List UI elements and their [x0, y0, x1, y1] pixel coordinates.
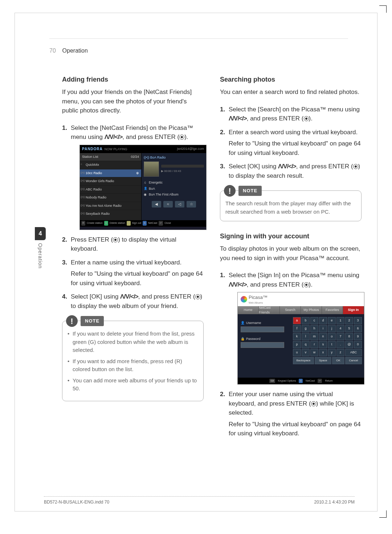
station-count: 02/24 [131, 155, 139, 160]
footer-file: BD572-N-BUSALLK-ENG.indd 70 [44, 500, 109, 505]
kb-key[interactable]: 2 [345, 317, 353, 324]
kb-key[interactable]: 9 [354, 333, 362, 340]
kb-key[interactable]: m [310, 333, 318, 340]
station-item[interactable]: SexyBack Radio [80, 210, 141, 218]
note-label: NOTE [238, 186, 262, 196]
kb-cancel[interactable]: Cancel [345, 357, 362, 364]
heading-signing-in: Signing in with your account [220, 231, 362, 241]
kb-key[interactable]: e [328, 317, 336, 324]
station-item[interactable]: Wonder Girls Radio [80, 177, 141, 185]
station-item[interactable]: QuickMix [80, 161, 141, 169]
control-button[interactable]: ≈ [163, 201, 173, 208]
pandora-footer: RCreate station GDelete station YSign ou… [80, 220, 206, 227]
picasa-tab[interactable]: NetCast Friends [259, 306, 280, 314]
adding-step-3: Enter a name using the virtual keyboard.… [62, 258, 204, 288]
control-button[interactable]: ◀ [152, 201, 161, 208]
note-item: You can add more web albums of your frie… [68, 377, 198, 393]
station-item[interactable]: You Are Not Alone Radio [80, 202, 141, 210]
kb-key[interactable]: g [302, 325, 310, 332]
kb-key[interactable]: j [328, 325, 336, 332]
kb-key[interactable]: o [328, 333, 336, 340]
picasa-tab[interactable]: Search [280, 306, 301, 314]
kb-key[interactable]: 0 [354, 341, 362, 348]
control-button[interactable]: ☆ [187, 201, 196, 208]
kb-key[interactable]: ABC [345, 349, 362, 356]
kb-key[interactable]: 4 [336, 325, 344, 332]
kb-key[interactable]: 7 [336, 333, 344, 340]
searching-intro: You can enter a search word to find rela… [220, 87, 362, 97]
heading-searching-photos: Searching photos [220, 75, 362, 85]
kb-key[interactable]: c [310, 317, 318, 324]
kb-key[interactable]: d [319, 317, 327, 324]
kb-ok[interactable]: OK [332, 357, 344, 364]
crop-mark [379, 510, 387, 518]
enter-icon [353, 164, 358, 169]
running-header: 70 Operation [49, 48, 88, 54]
kb-key[interactable]: y [328, 349, 336, 356]
adding-step-4: Select [OK] using Λ/V/</>, and press ENT… [62, 292, 204, 311]
header-rule [49, 38, 348, 39]
password-input[interactable] [241, 342, 284, 348]
picasa-tab[interactable]: My Photos [301, 306, 322, 314]
kb-key[interactable]: v [302, 349, 310, 356]
kb-key[interactable]: k [293, 333, 301, 340]
kb-key[interactable]: l [302, 333, 310, 340]
kb-key[interactable]: 8 [345, 333, 353, 340]
crop-mark [379, 5, 387, 13]
kb-key[interactable]: h [310, 325, 318, 332]
kb-key[interactable]: f [293, 325, 301, 332]
kb-key[interactable]: 5 [345, 325, 353, 332]
kb-key[interactable]: q [302, 341, 310, 348]
kb-key[interactable]: @ [345, 341, 353, 348]
kb-key[interactable]: r [310, 341, 318, 348]
kb-key[interactable]: 6 [354, 325, 362, 332]
station-item[interactable]: 10cc Radio [80, 169, 141, 177]
kb-key[interactable]: w [310, 349, 318, 356]
searching-step-1: Select the [Search] on the Picasa™ menu … [220, 105, 362, 123]
progress-bar[interactable] [161, 165, 204, 168]
picasa-tab[interactable]: Home [238, 306, 259, 314]
virtual-keyboard: abcde123fghij456klmno789pqrst.@0uvwxyzAB… [291, 314, 364, 378]
kb-key[interactable]: . [336, 341, 344, 348]
signing-intro: To display photos in your web album on t… [220, 244, 362, 263]
footer-hint: B [143, 221, 147, 226]
control-button[interactable]: ◁ [175, 201, 184, 208]
station-list-label: Station List [82, 155, 98, 160]
kb-key[interactable]: u [293, 349, 301, 356]
page-footer: BD572-N-BUSALLK-ENG.indd 70 2010.2.1 4:4… [44, 496, 355, 505]
kb-key[interactable]: a [293, 317, 301, 324]
now-playing-panel: ((•)) BoA Radio 00:00 / 03:43 Ene [142, 153, 206, 220]
kb-key[interactable]: b [302, 317, 310, 324]
enter-icon [304, 282, 309, 287]
picasa-logo-icon [241, 296, 247, 303]
kb-key[interactable]: t [328, 341, 336, 348]
playback-time: 00:00 / 03:43 [161, 169, 204, 173]
footer-hint: ↩ [159, 221, 163, 226]
footer-hint: R [81, 221, 85, 226]
kb-key[interactable]: z [336, 349, 344, 356]
note-icon: ! [66, 315, 78, 327]
kb-space[interactable]: Space [315, 357, 331, 364]
kb-key[interactable]: s [319, 341, 327, 348]
picasa-screenshot: Picasa™ Web Albums Home NetCast Friends … [237, 292, 364, 385]
station-item[interactable]: ABC Radio [80, 185, 141, 194]
searching-step-3: Select [OK] using Λ/V/</>, and press ENT… [220, 162, 362, 180]
kb-key[interactable]: n [319, 333, 327, 340]
kb-backspace[interactable]: Backspace [293, 357, 314, 364]
kb-key[interactable]: 3 [354, 317, 362, 324]
picasa-tab-selected[interactable]: Sign In [343, 306, 364, 314]
kb-key[interactable]: p [293, 341, 301, 348]
kb-key[interactable]: 1 [336, 317, 344, 324]
picasa-tab[interactable]: Favorites [322, 306, 343, 314]
station-item[interactable]: Nobody Radio [80, 193, 141, 202]
username-input[interactable] [241, 326, 284, 332]
page-body: 70 Operation 4 Operation Adding friends … [15, 13, 377, 512]
kb-key[interactable]: i [319, 325, 327, 332]
note-label: NOTE [81, 316, 104, 326]
side-tab-label: Operation [37, 243, 43, 268]
left-column: Adding friends If you add your friends o… [62, 75, 204, 443]
heading-adding-friends: Adding friends [62, 75, 204, 85]
album-name: BoA The First Album [144, 192, 204, 197]
kb-key[interactable]: x [319, 349, 327, 356]
np-station-name: ((•)) BoA Radio [144, 155, 204, 160]
